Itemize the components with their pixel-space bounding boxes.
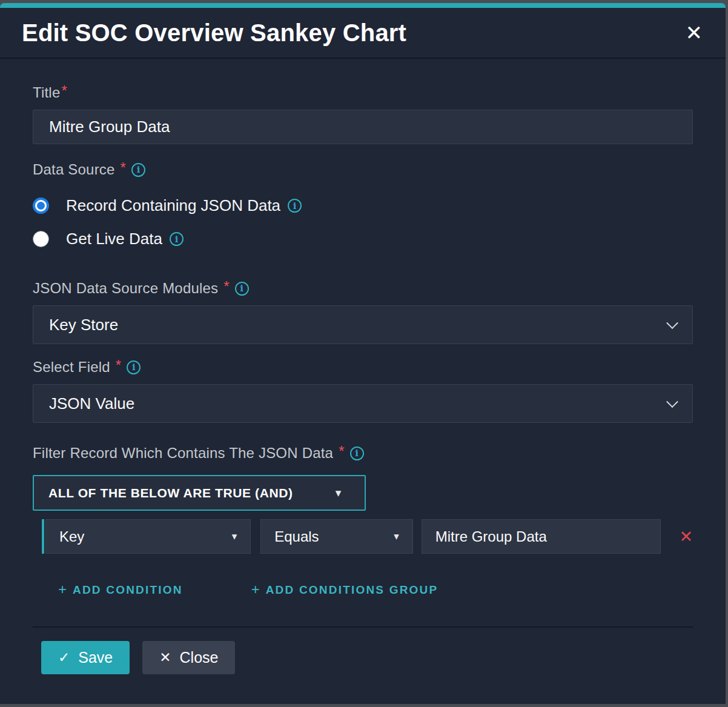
filter-label: Filter Record Which Contains The JSON Da…	[33, 445, 693, 462]
plus-icon: +	[58, 581, 67, 598]
close-icon: ✕	[159, 649, 171, 666]
record-json-info-icon[interactable]: i	[288, 199, 302, 213]
json-modules-info-icon[interactable]: i	[235, 282, 249, 296]
filter-label-text: Filter Record Which Contains The JSON Da…	[33, 445, 333, 462]
title-required-asterisk: *	[61, 82, 67, 99]
save-button-label: Save	[78, 649, 113, 666]
radio-option-live-data[interactable]: Get Live Data i	[33, 230, 693, 248]
filter-condition-row: Key ▾ Equals ▾ ✕	[42, 519, 693, 554]
add-condition-label: ADD CONDITION	[73, 583, 183, 597]
data-source-required-asterisk: *	[121, 159, 127, 176]
radio-option-record-json[interactable]: Record Containing JSON Data i	[33, 196, 693, 215]
close-button[interactable]: ✕ Close	[142, 641, 235, 674]
modal-header: Edit SOC Overview Sankey Chart ✕	[0, 8, 726, 59]
json-modules-required-asterisk: *	[223, 278, 230, 295]
filter-group-operator-value: ALL OF THE BELOW ARE TRUE (AND)	[48, 486, 293, 500]
json-modules-selected-value: Key Store	[49, 316, 118, 334]
json-modules-select[interactable]: Key Store	[33, 305, 693, 344]
title-input[interactable]	[33, 110, 693, 144]
radio-selected-icon[interactable]	[33, 197, 49, 214]
condition-operator-select[interactable]: Equals ▾	[260, 519, 413, 554]
add-condition-link[interactable]: + ADD CONDITION	[58, 582, 183, 599]
condition-delete-icon[interactable]: ✕	[679, 527, 693, 546]
caret-down-icon: ▾	[394, 530, 399, 543]
modal-footer: ✓ Save ✕ Close	[41, 641, 693, 674]
select-field-required-asterisk: *	[116, 357, 122, 374]
live-data-info-icon[interactable]: i	[170, 232, 184, 246]
data-source-radio-group: Record Containing JSON Data i Get Live D…	[33, 196, 693, 248]
caret-down-icon: ▾	[336, 486, 350, 500]
save-button[interactable]: ✓ Save	[41, 641, 130, 674]
radio-unselected-icon[interactable]	[33, 231, 49, 247]
json-modules-label-text: JSON Data Source Modules	[33, 280, 218, 297]
select-field-info-icon[interactable]: i	[127, 360, 141, 374]
condition-operator-value: Equals	[274, 528, 319, 545]
condition-field-value: Key	[59, 528, 84, 545]
condition-value-input[interactable]	[422, 519, 661, 554]
footer-divider	[33, 626, 693, 628]
plus-icon: +	[251, 581, 260, 598]
radio-live-data-label: Get Live Data	[66, 230, 162, 248]
edit-sankey-chart-modal: Edit SOC Overview Sankey Chart ✕ Title* …	[0, 3, 726, 704]
add-conditions-group-label: ADD CONDITIONS GROUP	[266, 583, 438, 597]
radio-record-json-label: Record Containing JSON Data	[66, 196, 280, 215]
filter-info-icon[interactable]: i	[350, 446, 364, 460]
title-label-text: Title	[33, 84, 60, 101]
select-field-label: Select Field * i	[33, 359, 693, 376]
filter-required-asterisk: *	[339, 443, 345, 460]
modal-body: Title* Data Source * i Record Containing…	[0, 84, 726, 674]
data-source-label: Data Source * i	[33, 161, 693, 178]
modal-title: Edit SOC Overview Sankey Chart	[22, 19, 406, 47]
select-field-select[interactable]: JSON Value	[33, 384, 693, 423]
filter-group-operator-select[interactable]: ALL OF THE BELOW ARE TRUE (AND) ▾	[33, 475, 366, 511]
check-icon: ✓	[58, 649, 70, 666]
data-source-label-text: Data Source	[33, 161, 115, 178]
modal-close-icon[interactable]: ✕	[681, 20, 708, 45]
add-conditions-group-link[interactable]: + ADD CONDITIONS GROUP	[251, 582, 438, 599]
data-source-info-icon[interactable]: i	[131, 163, 145, 177]
chevron-down-icon	[666, 396, 678, 408]
condition-field-select[interactable]: Key ▾	[45, 519, 251, 554]
title-label: Title*	[33, 84, 693, 101]
json-modules-label: JSON Data Source Modules * i	[33, 280, 693, 297]
condition-accent-bar	[42, 519, 44, 554]
chevron-down-icon	[666, 317, 678, 329]
select-field-label-text: Select Field	[33, 359, 110, 376]
filter-action-links: + ADD CONDITION + ADD CONDITIONS GROUP	[58, 582, 693, 599]
caret-down-icon: ▾	[232, 530, 237, 543]
select-field-selected-value: JSON Value	[49, 394, 134, 413]
close-button-label: Close	[180, 649, 219, 666]
